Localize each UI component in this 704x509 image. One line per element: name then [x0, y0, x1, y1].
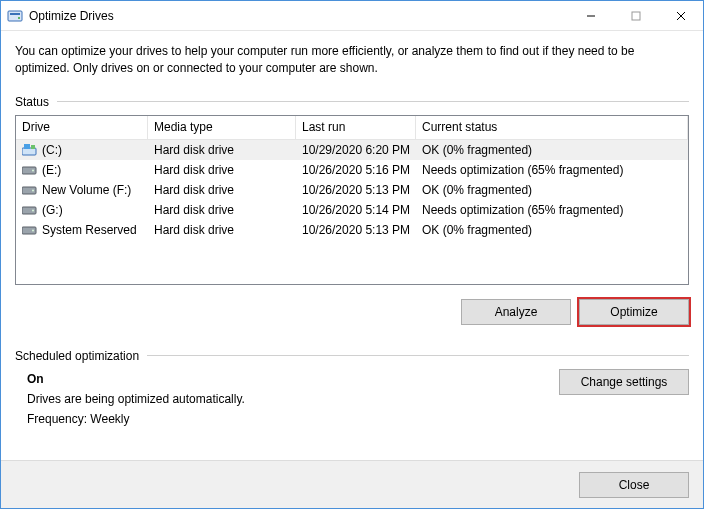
- divider: [147, 355, 689, 356]
- drive-status: Needs optimization (65% fragmented): [416, 203, 688, 217]
- change-settings-button[interactable]: Change settings: [559, 369, 689, 395]
- svg-rect-7: [22, 148, 36, 155]
- svg-rect-1: [10, 13, 20, 15]
- column-header-media[interactable]: Media type: [148, 116, 296, 139]
- svg-rect-0: [8, 11, 22, 21]
- drive-status: Needs optimization (65% fragmented): [416, 163, 688, 177]
- table-row[interactable]: New Volume (F:)Hard disk drive10/26/2020…: [16, 180, 688, 200]
- drive-media: Hard disk drive: [148, 163, 296, 177]
- svg-point-13: [32, 190, 34, 192]
- divider: [57, 101, 689, 102]
- svg-point-11: [32, 170, 34, 172]
- footer: Close: [1, 460, 703, 508]
- drive-last-run: 10/26/2020 5:14 PM: [296, 203, 416, 217]
- schedule-desc: Drives are being optimized automatically…: [27, 389, 539, 409]
- drive-list-header: Drive Media type Last run Current status: [16, 116, 688, 140]
- drive-icon: [22, 144, 38, 156]
- analyze-button[interactable]: Analyze: [461, 299, 571, 325]
- schedule-frequency: Frequency: Weekly: [27, 409, 539, 429]
- svg-rect-8: [24, 144, 30, 149]
- column-header-drive[interactable]: Drive: [16, 116, 148, 139]
- drive-list[interactable]: Drive Media type Last run Current status…: [15, 115, 689, 285]
- schedule-label-text: Scheduled optimization: [15, 349, 139, 363]
- drive-media: Hard disk drive: [148, 203, 296, 217]
- drive-media: Hard disk drive: [148, 183, 296, 197]
- drive-last-run: 10/26/2020 5:13 PM: [296, 183, 416, 197]
- svg-point-17: [32, 230, 34, 232]
- svg-point-15: [32, 210, 34, 212]
- drive-action-row: Analyze Optimize: [15, 299, 689, 325]
- status-section-label: Status: [15, 95, 689, 109]
- drive-status: OK (0% fragmented): [416, 183, 688, 197]
- column-header-last-run[interactable]: Last run: [296, 116, 416, 139]
- svg-point-2: [18, 17, 20, 19]
- schedule-section-label: Scheduled optimization: [15, 349, 689, 363]
- drive-status: OK (0% fragmented): [416, 223, 688, 237]
- drive-last-run: 10/26/2020 5:16 PM: [296, 163, 416, 177]
- drive-last-run: 10/26/2020 5:13 PM: [296, 223, 416, 237]
- table-row[interactable]: (G:)Hard disk drive10/26/2020 5:14 PMNee…: [16, 200, 688, 220]
- drive-icon: [22, 224, 38, 236]
- content-area: You can optimize your drives to help you…: [1, 31, 703, 460]
- optimize-button[interactable]: Optimize: [579, 299, 689, 325]
- close-window-button[interactable]: [658, 1, 703, 30]
- table-row[interactable]: (E:)Hard disk drive10/26/2020 5:16 PMNee…: [16, 160, 688, 180]
- drive-icon: [22, 164, 38, 176]
- window-title: Optimize Drives: [29, 9, 568, 23]
- column-header-status[interactable]: Current status: [416, 116, 688, 139]
- maximize-button[interactable]: [613, 1, 658, 30]
- svg-rect-4: [632, 12, 640, 20]
- drive-media: Hard disk drive: [148, 143, 296, 157]
- drive-name: New Volume (F:): [42, 183, 131, 197]
- drive-last-run: 10/29/2020 6:20 PM: [296, 143, 416, 157]
- app-icon: [7, 8, 23, 24]
- drive-name: (C:): [42, 143, 62, 157]
- drive-name: (E:): [42, 163, 61, 177]
- drive-status: OK (0% fragmented): [416, 143, 688, 157]
- drive-media: Hard disk drive: [148, 223, 296, 237]
- intro-text: You can optimize your drives to help you…: [15, 43, 689, 77]
- schedule-text: On Drives are being optimized automatica…: [15, 369, 539, 430]
- close-button[interactable]: Close: [579, 472, 689, 498]
- table-row[interactable]: (C:)Hard disk drive10/29/2020 6:20 PMOK …: [16, 140, 688, 160]
- drive-name: (G:): [42, 203, 63, 217]
- drive-icon: [22, 204, 38, 216]
- titlebar: Optimize Drives: [1, 1, 703, 31]
- table-row[interactable]: System ReservedHard disk drive10/26/2020…: [16, 220, 688, 240]
- drive-name: System Reserved: [42, 223, 137, 237]
- status-label-text: Status: [15, 95, 49, 109]
- minimize-button[interactable]: [568, 1, 613, 30]
- svg-rect-9: [31, 145, 35, 149]
- drive-icon: [22, 184, 38, 196]
- schedule-body: On Drives are being optimized automatica…: [15, 369, 689, 430]
- schedule-state: On: [27, 369, 539, 389]
